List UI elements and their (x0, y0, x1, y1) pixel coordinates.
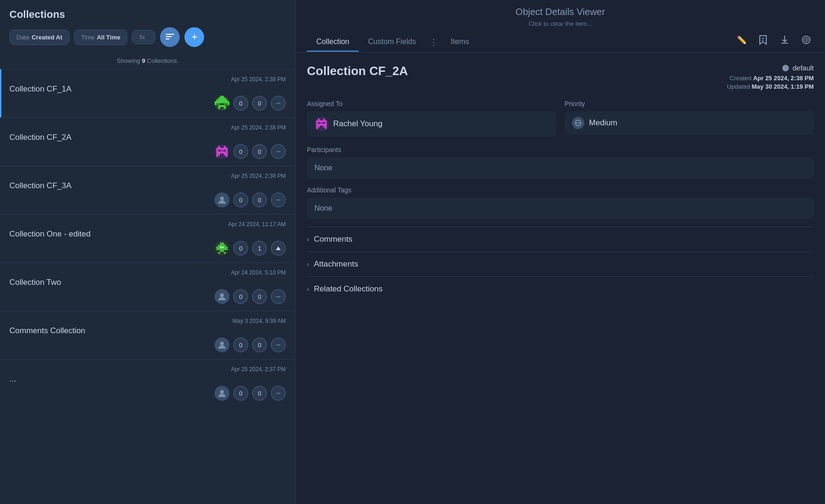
action-badge[interactable]: − (271, 337, 286, 352)
priority-text: Medium (589, 118, 617, 128)
collection-item[interactable]: Apr 25 2024, 2:37 PM ... 0 0 − (0, 359, 295, 407)
download-icon[interactable] (777, 32, 792, 47)
svg-rect-13 (218, 146, 220, 148)
participants-value: None (307, 157, 814, 179)
collection-list: Apr 25 2024, 2:38 PM Collection CF_1A (0, 69, 295, 504)
updated-meta: Updated May 30 2024, 1:19 PM (727, 83, 814, 90)
tab-custom-fields[interactable]: Custom Fields (359, 33, 425, 52)
status-badge: default (727, 64, 814, 72)
add-collection-button[interactable]: + (184, 27, 204, 47)
time-filter-btn[interactable]: Time All Time (74, 30, 128, 45)
assigned-avatar (314, 117, 328, 131)
clear-hint[interactable]: Click to clear the item... (528, 20, 592, 27)
object-status-col: default Created Apr 25 2024, 2:38 PM Upd… (727, 64, 814, 92)
item-icons: 0 0 − (9, 337, 286, 352)
counter-badge-2: 1 (252, 241, 267, 256)
svg-rect-41 (323, 119, 325, 121)
collapsible-header[interactable]: › Comments (307, 235, 814, 244)
avatar-icon (214, 241, 229, 256)
right-panel: Object Details Viewer Click to clear the… (296, 0, 825, 504)
tags-value: None (307, 198, 814, 219)
item-date: Apr 25 2024, 2:37 PM (9, 366, 286, 373)
priority-icon (572, 117, 584, 129)
collection-name: Collection One - edited (9, 229, 91, 239)
collection-name: Collection CF_2A (9, 133, 71, 142)
edit-icon[interactable]: ✏️ (734, 32, 749, 47)
assigned-to-value: Rachel Young (307, 111, 556, 137)
counter-badge-1: 0 (233, 241, 248, 256)
participants-label: Participants (307, 146, 814, 153)
svg-point-35 (220, 342, 224, 345)
action-badge[interactable]: − (271, 144, 286, 159)
item-row: Apr 24 2024, 5:10 PM Collection Two 0 0 … (9, 269, 286, 304)
svg-rect-28 (226, 246, 228, 250)
sort-filter-btn[interactable]: Sc (132, 30, 155, 44)
collapsible-section: › Related Collections (307, 276, 814, 301)
tab-items[interactable]: Items (442, 33, 479, 52)
collection-item[interactable]: Apr 25 2024, 2:38 PM Collection CF_3A 0 … (0, 166, 295, 214)
svg-rect-47 (318, 126, 320, 128)
filter-icon-button[interactable] (160, 27, 180, 47)
target-icon[interactable] (799, 32, 814, 47)
item-icons: 0 0 − (9, 96, 286, 111)
svg-rect-32 (218, 252, 220, 254)
collection-item[interactable]: May 3 2024, 9:39 AM Comments Collection … (0, 311, 295, 359)
time-filter-label: Time (81, 34, 94, 41)
svg-rect-44 (320, 122, 323, 124)
svg-rect-33 (224, 252, 226, 254)
chevron-right-icon: › (307, 260, 309, 268)
item-row: Apr 24 2024, 11:17 AM Collection One - e… (9, 221, 286, 256)
collection-item[interactable]: Apr 24 2024, 5:10 PM Collection Two 0 0 … (0, 262, 295, 311)
fields-grid: Assigned To (307, 100, 814, 137)
action-badge[interactable]: − (271, 192, 286, 207)
chevron-right-icon: › (307, 236, 309, 243)
tab-collection[interactable]: Collection (307, 33, 359, 52)
svg-rect-6 (214, 101, 216, 105)
svg-point-36 (220, 390, 224, 394)
svg-rect-2 (166, 38, 169, 39)
svg-rect-29 (220, 246, 222, 248)
tab-more-button[interactable]: ⋮ (426, 32, 442, 52)
item-row: May 3 2024, 9:39 AM Comments Collection … (9, 318, 286, 352)
action-badge[interactable]: − (271, 289, 286, 304)
date-filter-btn[interactable]: Date Created At (9, 30, 69, 45)
priority-field: Priority Medium (565, 100, 814, 137)
right-header: Object Details Viewer Click to clear the… (296, 0, 825, 53)
collection-item[interactable]: Apr 25 2024, 2:38 PM Collection CF_1A (0, 69, 295, 117)
counter-badge-2: 0 (252, 144, 267, 159)
panel-title: Object Details Viewer (516, 7, 605, 17)
svg-rect-31 (220, 250, 224, 252)
item-date: Apr 24 2024, 5:10 PM (9, 269, 286, 276)
svg-rect-9 (224, 103, 228, 105)
counter-badge-2: 0 (252, 192, 267, 207)
svg-rect-10 (218, 105, 226, 107)
svg-point-39 (806, 39, 807, 41)
priority-label: Priority (565, 100, 814, 107)
action-badge[interactable]: − (271, 386, 286, 401)
svg-rect-19 (216, 152, 228, 153)
created-meta: Created Apr 25 2024, 2:38 PM (727, 75, 814, 82)
svg-point-34 (220, 293, 224, 297)
item-icons: 0 0 − (9, 192, 286, 207)
bookmark-icon[interactable] (756, 32, 771, 47)
add-icon: + (191, 31, 198, 43)
time-filter-value: All Time (97, 34, 120, 41)
item-date: Apr 25 2024, 2:38 PM (9, 124, 286, 131)
avatar-icon (214, 386, 229, 401)
svg-rect-20 (218, 153, 220, 155)
svg-rect-12 (224, 107, 226, 109)
collapsible-section: › Attachments (307, 252, 814, 276)
item-icons: 0 0 − (9, 386, 286, 401)
collection-item[interactable]: Apr 25 2024, 2:38 PM Collection CF_2A (0, 117, 295, 166)
collection-item[interactable]: Apr 24 2024, 11:17 AM Collection One - e… (0, 214, 295, 262)
item-date: Apr 25 2024, 2:38 PM (9, 76, 286, 83)
left-header: Collections Date Created At Time All Tim… (0, 0, 295, 53)
action-badge[interactable] (271, 241, 286, 256)
svg-rect-3 (220, 96, 224, 98)
avatar-icon (214, 96, 229, 111)
action-badge[interactable]: − (271, 96, 286, 111)
counter-badge-2: 0 (252, 96, 267, 111)
collapsible-header[interactable]: › Attachments (307, 260, 814, 269)
collapsible-header[interactable]: › Related Collections (307, 284, 814, 294)
svg-rect-23 (226, 153, 228, 157)
